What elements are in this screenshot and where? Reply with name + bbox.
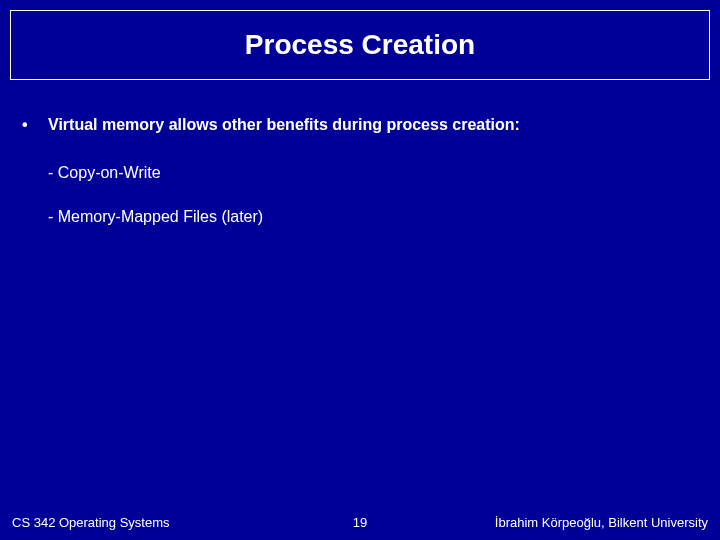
bullet-item: • Virtual memory allows other benefits d…	[20, 115, 700, 136]
footer-right: İbrahim Körpeoğlu, Bilkent University	[495, 515, 708, 530]
bullet-marker: •	[20, 115, 48, 136]
sub-bullet: - Copy-on-Write	[48, 164, 700, 182]
slide-title: Process Creation	[245, 29, 475, 61]
footer-left: CS 342 Operating Systems	[12, 515, 170, 530]
sub-bullet: - Memory-Mapped Files (later)	[48, 208, 700, 226]
bullet-text: Virtual memory allows other benefits dur…	[48, 115, 520, 136]
footer-page-number: 19	[353, 515, 367, 530]
slide-content: • Virtual memory allows other benefits d…	[20, 115, 700, 252]
title-frame: Process Creation	[10, 10, 710, 80]
slide-footer: CS 342 Operating Systems 19 İbrahim Körp…	[12, 515, 708, 530]
